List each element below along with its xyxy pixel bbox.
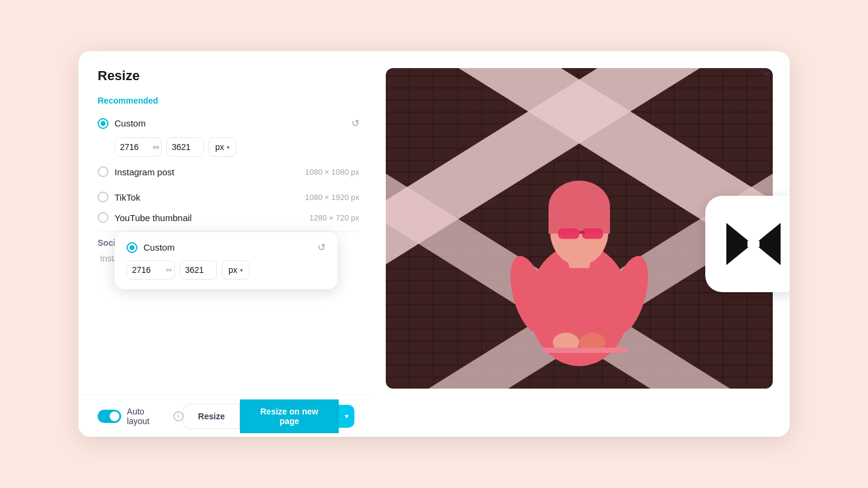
tiktok-option-label: TikTok (115, 192, 140, 202)
youtube-option-row[interactable]: YouTube thumbnail 1280 × 720 px (98, 207, 359, 228)
right-panel: × (374, 51, 790, 437)
svg-marker-15 (747, 241, 760, 247)
custom-option-row[interactable]: Custom ↺ (98, 113, 359, 134)
close-button[interactable]: × (757, 64, 776, 84)
capcut-icon (726, 223, 781, 265)
resize-button[interactable]: Resize (183, 404, 240, 429)
dim-separator: ⇔ (151, 142, 161, 152)
floating-unit-select[interactable]: px ▾ (222, 260, 250, 280)
custom-reset-icon[interactable]: ↺ (351, 117, 359, 129)
instagram-option-label: Instagram post (115, 167, 174, 177)
height-input-wrap (166, 137, 204, 157)
tiktok-option-row[interactable]: TikTok 1080 × 1920 px (98, 187, 359, 207)
tiktok-option-left: TikTok (98, 192, 140, 202)
modal-title: Resize (98, 68, 359, 84)
floating-height-input[interactable] (180, 261, 216, 279)
floating-custom-label: Custom (143, 242, 175, 252)
floating-height-wrap (180, 260, 217, 280)
resize-dropdown-button[interactable]: ▾ (339, 405, 354, 428)
floating-custom-radio[interactable] (127, 242, 137, 253)
custom-option-label: Custom (115, 118, 146, 128)
resize-modal: Resize Recommended Custom ↺ ⇔ (78, 51, 790, 437)
unit-label: px (215, 142, 224, 152)
svg-rect-12 (542, 348, 627, 353)
floating-width-input[interactable] (127, 261, 163, 279)
floating-chain-icon: ⇔ (163, 266, 174, 274)
youtube-option-size: 1280 × 720 px (309, 213, 359, 222)
auto-layout-toggle[interactable] (98, 410, 121, 423)
info-icon[interactable]: i (174, 411, 183, 421)
tiktok-option-size: 1080 × 1920 px (305, 193, 359, 202)
unit-select[interactable]: px ▾ (209, 137, 236, 157)
width-input-wrap: ⇔ (115, 137, 162, 157)
action-buttons: Resize Resize on new page ▾ (183, 399, 354, 433)
instagram-option-left: Instagram post (98, 166, 174, 177)
capcut-logo-card (705, 196, 790, 292)
svg-rect-8 (582, 228, 603, 239)
instagram-option-size: 1080 × 1080 px (305, 167, 359, 177)
capcut-logo-svg (723, 217, 784, 271)
tiktok-radio[interactable] (98, 192, 108, 202)
auto-layout-row: Auto layout i (98, 407, 183, 426)
youtube-option-left: YouTube thumbnail (98, 212, 192, 223)
youtube-option-label: YouTube thumbnail (115, 213, 192, 223)
auto-layout-label: Auto layout (127, 407, 168, 426)
youtube-radio[interactable] (98, 212, 108, 223)
floating-unit-label: px (228, 265, 237, 275)
svg-rect-7 (558, 228, 579, 239)
instagram-option-row[interactable]: Instagram post 1080 × 1080 px (98, 161, 359, 182)
floating-dim-row: ⇔ px ▾ (127, 260, 326, 280)
unit-chevron-icon: ▾ (227, 144, 230, 151)
resize-new-page-button[interactable]: Resize on new page (240, 399, 339, 433)
floating-unit-chevron-icon: ▾ (240, 267, 243, 274)
svg-rect-9 (579, 231, 585, 233)
custom-radio[interactable] (98, 118, 108, 129)
floating-reset-icon[interactable]: ↺ (318, 242, 326, 253)
dimension-row: ⇔ px ▾ (115, 137, 359, 157)
custom-option-left: Custom (98, 118, 146, 129)
recommended-label: Recommended (98, 96, 359, 105)
floating-option-row: Custom ↺ (127, 242, 326, 253)
width-input[interactable] (115, 138, 151, 156)
resize-dropdown-icon: ▾ (345, 412, 348, 421)
instagram-radio[interactable] (98, 166, 108, 177)
floating-custom-option-left: Custom (127, 242, 175, 253)
height-input[interactable] (167, 138, 203, 156)
floating-custom-panel: Custom ↺ ⇔ px ▾ (115, 232, 338, 289)
floating-width-wrap: ⇔ (127, 260, 175, 280)
bottom-bar: Auto layout i Resize Resize on new page … (78, 395, 374, 437)
